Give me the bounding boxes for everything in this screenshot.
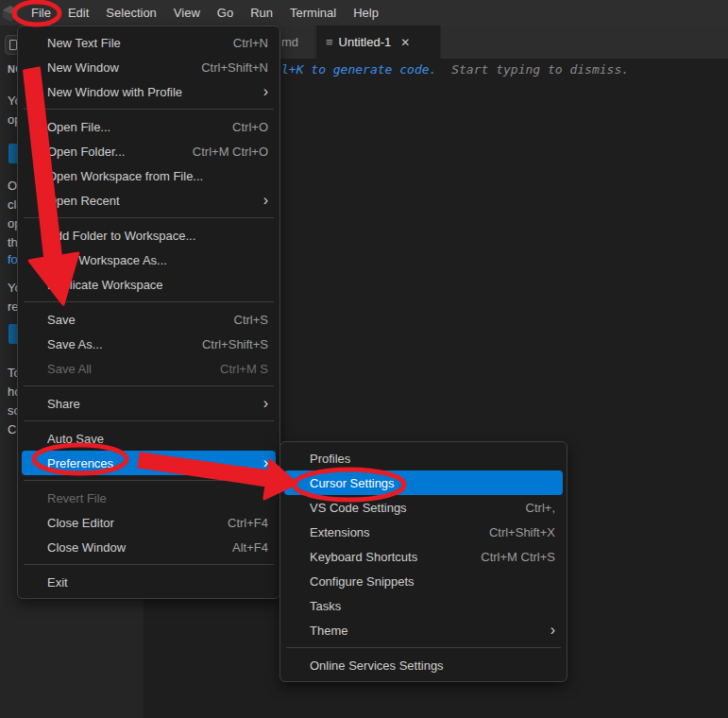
- menubar-item-edit[interactable]: Edit: [59, 0, 97, 26]
- menu-item-label: Auto Save: [47, 432, 104, 446]
- menu-item-label: Theme: [310, 624, 347, 638]
- file-menu-item[interactable]: Duplicate Workspace: [18, 272, 279, 297]
- submenu-item[interactable]: Configure Snippets: [280, 569, 567, 593]
- submenu-item[interactable]: Extensions Ctrl+Shift+X: [280, 520, 567, 544]
- menu-separator: [24, 301, 274, 302]
- file-menu-item[interactable]: Auto Save: [18, 426, 279, 451]
- menu-separator: [286, 647, 561, 648]
- menu-item-shortcut: Alt+F4: [232, 540, 268, 555]
- chevron-right-icon: ›: [263, 193, 268, 208]
- menu-item-label: Save All: [47, 362, 92, 376]
- file-menu-item[interactable]: New Window Ctrl+Shift+N: [18, 55, 279, 79]
- submenu-item[interactable]: Theme ›: [280, 618, 567, 642]
- menubar-item-help[interactable]: Help: [345, 0, 387, 26]
- menu-item-shortcut: Ctrl+S: [234, 313, 268, 327]
- menu-item-label: Open Recent: [47, 194, 120, 208]
- editor-hint-text: l+K to generate code. Start typing to di…: [281, 62, 629, 77]
- file-menu-item[interactable]: New Window with Profile ›: [18, 79, 279, 104]
- text-file-icon: ≡: [326, 36, 333, 48]
- menu-item-label: Exit: [47, 575, 68, 590]
- file-menu-item[interactable]: Close Editor Ctrl+F4: [18, 510, 279, 535]
- menu-item-shortcut: Ctrl+Shift+N: [201, 60, 268, 75]
- menu-item-label: Add Folder to Workspace...: [47, 229, 195, 243]
- submenu-item[interactable]: Keyboard Shortcuts Ctrl+M Ctrl+S: [280, 544, 567, 569]
- submenu-item[interactable]: Cursor Settings: [284, 470, 563, 495]
- menu-item-label: Online Services Settings: [310, 658, 444, 673]
- menubar-item-terminal[interactable]: Terminal: [281, 0, 345, 26]
- tab-untitled-1[interactable]: ≡ Untitled-1 ✕: [316, 26, 441, 59]
- chevron-right-icon: ›: [263, 396, 268, 411]
- menu-item-label: New Window with Profile: [47, 85, 182, 99]
- file-menu-item[interactable]: Close Window Alt+F4: [18, 535, 279, 559]
- menu-item-shortcut: Ctrl+Shift+X: [489, 525, 555, 539]
- menu-item-label: New Text File: [47, 36, 121, 50]
- file-menu-item[interactable]: Preferences ›: [22, 451, 276, 475]
- menu-item-shortcut: Ctrl+M Ctrl+O: [193, 145, 268, 159]
- file-menu-item[interactable]: Add Folder to Workspace...: [18, 223, 279, 248]
- menu-item-label: Close Window: [47, 540, 126, 555]
- submenu-item[interactable]: Tasks: [280, 593, 567, 618]
- menu-item-label: Profiles: [310, 452, 350, 466]
- menu-item-shortcut: Ctrl+M Ctrl+S: [481, 550, 555, 564]
- menu-item-label: Share: [47, 397, 80, 411]
- menu-bar: File Edit Selection View Go Run Terminal…: [0, 0, 728, 26]
- submenu-item[interactable]: VS Code Settings Ctrl+,: [280, 495, 567, 520]
- menu-item-label: Tasks: [310, 599, 341, 613]
- hint-primary: l+K to generate code.: [281, 62, 436, 77]
- menu-item-shortcut: Ctrl+M S: [220, 362, 268, 376]
- chevron-right-icon: ›: [263, 455, 268, 470]
- menu-item-label: Save As...: [47, 337, 103, 351]
- menu-item-label: Revert File: [47, 491, 107, 505]
- menu-separator: [24, 564, 274, 565]
- file-menu-item[interactable]: Exit: [18, 570, 279, 594]
- chevron-right-icon: ›: [263, 84, 268, 99]
- menu-item-label: Close Editor: [47, 516, 114, 530]
- file-menu-item[interactable]: New Text File Ctrl+N: [18, 30, 279, 55]
- menu-item-label: VS Code Settings: [310, 501, 407, 515]
- file-menu-item[interactable]: Revert File: [18, 486, 279, 510]
- menu-item-label: Configure Snippets: [310, 574, 415, 589]
- menu-item-label: Duplicate Workspace: [47, 278, 163, 292]
- app-logo-icon: [2, 5, 19, 22]
- file-menu-item[interactable]: Open Workspace from File...: [18, 163, 279, 188]
- file-menu-item[interactable]: Save As... Ctrl+Shift+S: [18, 332, 279, 356]
- menu-separator: [24, 480, 274, 481]
- menubar-item-view[interactable]: View: [165, 0, 209, 26]
- menu-item-label: Preferences: [47, 456, 113, 470]
- menu-separator: [24, 109, 274, 110]
- menu-item-label: Open Folder...: [47, 145, 125, 159]
- file-menu-item[interactable]: Save All Ctrl+M S: [18, 356, 279, 381]
- submenu-item[interactable]: Profiles: [280, 446, 567, 470]
- close-tab-icon[interactable]: ✕: [400, 36, 410, 49]
- file-menu-item[interactable]: Open File... Ctrl+O: [18, 114, 279, 139]
- file-menu-item[interactable]: Save Ctrl+S: [18, 307, 279, 332]
- menu-item-shortcut: Ctrl+F4: [228, 516, 268, 530]
- menu-item-shortcut: Ctrl+Shift+S: [202, 337, 268, 351]
- menu-item-label: Open File...: [47, 120, 110, 134]
- file-menu-item[interactable]: Share ›: [18, 391, 279, 416]
- menubar-item-file[interactable]: File: [23, 0, 59, 26]
- menu-separator: [24, 385, 274, 386]
- preferences-submenu: Profiles Cursor Settings VS Code Setting…: [279, 441, 567, 682]
- menu-item-label: Open Workspace from File...: [47, 169, 203, 183]
- hint-secondary: Start typing to dismiss.: [451, 62, 629, 77]
- file-menu-item[interactable]: Save Workspace As...: [18, 248, 279, 272]
- menubar-item-run[interactable]: Run: [242, 0, 281, 26]
- file-menu-item[interactable]: Open Folder... Ctrl+M Ctrl+O: [18, 139, 279, 163]
- menu-separator: [24, 217, 274, 218]
- menu-item-label: Keyboard Shortcuts: [310, 550, 417, 564]
- file-menu-dropdown: New Text File Ctrl+N New Window Ctrl+Shi…: [17, 26, 280, 599]
- menubar-item-go[interactable]: Go: [209, 0, 242, 26]
- file-menu-item[interactable]: Open Recent ›: [18, 188, 279, 213]
- menubar-item-selection[interactable]: Selection: [97, 0, 164, 26]
- menu-item-label: Save: [47, 313, 76, 327]
- tab-label: md: [281, 35, 298, 49]
- menu-item-label: Save Workspace As...: [47, 253, 167, 267]
- menu-item-label: Cursor Settings: [310, 476, 395, 490]
- chevron-right-icon: ›: [550, 623, 555, 638]
- menu-separator: [24, 420, 274, 421]
- submenu-item[interactable]: Online Services Settings: [280, 653, 567, 677]
- tab-title: Untitled-1: [339, 35, 392, 49]
- menu-item-shortcut: Ctrl+O: [232, 120, 268, 134]
- menu-item-label: Extensions: [310, 525, 370, 539]
